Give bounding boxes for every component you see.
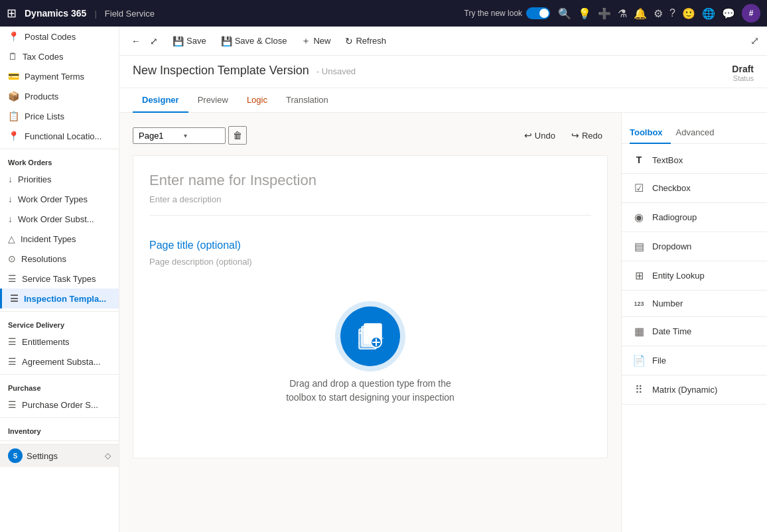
price-lists-icon: 📋 (8, 111, 19, 121)
toolbox-item-matrix[interactable]: ⠿ Matrix (Dynamic) (622, 378, 767, 401)
page-dropdown[interactable]: Page1 ▾ (133, 127, 226, 144)
search-icon[interactable]: 🔍 (558, 7, 571, 20)
toolbox-tab-toolbox[interactable]: Toolbox (630, 123, 671, 144)
sidebar-item-functional-locations[interactable]: 📍 Functional Locatio... (0, 126, 119, 146)
bell-icon[interactable]: 🔔 (634, 7, 647, 20)
file-icon: 📄 (632, 354, 646, 367)
sidebar-item-label: Tax Codes (23, 52, 63, 62)
inspection-name-field[interactable]: Enter name for Inspection (149, 172, 591, 189)
toolbox-item-checkbox[interactable]: ☑ Checkbox (622, 176, 767, 200)
agreement-subst-icon: ☰ (8, 356, 17, 367)
inspection-form: Enter name for Inspection Enter a descri… (133, 155, 608, 458)
tab-translation[interactable]: Translation (277, 88, 338, 113)
redo-button[interactable]: ↪ Redo (566, 127, 608, 143)
plus-icon[interactable]: ➕ (598, 7, 611, 20)
settings-avatar: S (8, 448, 23, 463)
new-button[interactable]: ＋ New (295, 33, 337, 50)
sidebar-item-agreement-subst[interactable]: ☰ Agreement Substa... (0, 352, 119, 371)
toolbox-item-label: File (652, 356, 666, 366)
postal-codes-icon: 📍 (8, 31, 19, 42)
page-title-container: New Inspection Template Version - Unsave… (133, 64, 356, 78)
svg-text:✦: ✦ (359, 331, 362, 335)
sidebar-item-label: Service Task Types (22, 274, 96, 284)
toolbox-item-label: Date Time (652, 326, 691, 336)
page-desc-optional[interactable]: Page description (optional) (149, 257, 591, 267)
help-icon[interactable]: ? (669, 7, 675, 19)
tab-logic[interactable]: Logic (238, 88, 277, 113)
inventory-section-title: Inventory (0, 421, 119, 438)
sidebar-item-label: Postal Codes (25, 32, 76, 42)
sidebar-item-resolutions[interactable]: ⊙ Resolutions (0, 249, 119, 269)
page-title: New Inspection Template Version - Unsave… (133, 64, 356, 78)
sidebar-item-label: Inspection Templa... (24, 294, 106, 304)
sidebar-item-incident-types[interactable]: △ Incident Types (0, 229, 119, 249)
avatar[interactable]: # (742, 4, 760, 23)
toolbox-item-number[interactable]: 123 Number (622, 293, 767, 314)
toolbox-item-file[interactable]: 📄 File (622, 349, 767, 372)
save-close-button[interactable]: 💾 Save & Close (214, 33, 294, 49)
maximize-icon[interactable]: ⤢ (750, 34, 759, 47)
sidebar-item-priorities[interactable]: ↓ Priorities (0, 169, 119, 189)
purchase-section-title: Purchase (0, 377, 119, 395)
service-task-types-icon: ☰ (8, 273, 17, 284)
page-title-optional[interactable]: Page title (optional) (149, 239, 591, 251)
sidebar-item-price-lists[interactable]: 📋 Price Lists (0, 106, 119, 126)
sidebar-item-purchase-order[interactable]: ☰ Purchase Order S... (0, 395, 119, 415)
lightbulb-icon[interactable]: 💡 (578, 7, 591, 20)
sidebar-item-entitlements[interactable]: ☰ Entitlements (0, 332, 119, 352)
textbox-icon: T (632, 155, 646, 165)
settings-bar[interactable]: S Settings ◇ (0, 444, 119, 467)
designer-area: Page1 ▾ 🗑 ↩ Undo ↪ Redo (119, 113, 767, 532)
delete-page-button[interactable]: 🗑 (228, 126, 247, 145)
chat-icon[interactable]: 💬 (722, 7, 735, 20)
resolutions-icon: ⊙ (8, 253, 16, 264)
page-name: Page1 (139, 131, 164, 141)
smiley-icon[interactable]: 🙂 (682, 7, 695, 20)
sidebar-item-work-order-types[interactable]: ↓ Work Order Types (0, 189, 119, 209)
toolbox-tab-advanced[interactable]: Advanced (676, 123, 723, 144)
toolbox-item-textbox[interactable]: T TextBox (622, 149, 767, 170)
sidebar-item-service-task-types[interactable]: ☰ Service Task Types (0, 269, 119, 289)
sidebar-item-products[interactable]: 📦 Products (0, 86, 119, 106)
inspection-desc-field[interactable]: Enter a description (149, 194, 591, 216)
sidebar-item-postal-codes[interactable]: 📍 Postal Codes (0, 27, 119, 46)
new-look-switch[interactable] (526, 7, 550, 19)
toolbox-item-radiogroup[interactable]: ◉ Radiogroup (622, 206, 767, 229)
toolbox-item-entity-lookup[interactable]: ⊞ Entity Lookup (622, 264, 767, 287)
canvas-actions: ↩ Undo ↪ Redo (519, 127, 608, 143)
svg-text:✦: ✦ (380, 326, 383, 330)
tab-preview[interactable]: Preview (188, 88, 238, 113)
svg-point-9 (382, 338, 384, 339)
back-button[interactable]: ← (127, 33, 145, 49)
save-button[interactable]: 💾 Save (166, 33, 213, 49)
work-order-subst-icon: ↓ (8, 214, 13, 224)
try-new-label: Try the new look (464, 9, 523, 18)
refresh-button[interactable]: ↻ Refresh (338, 33, 393, 49)
sidebar-item-payment-terms[interactable]: 💳 Payment Terms (0, 66, 119, 86)
tab-designer[interactable]: Designer (133, 88, 188, 113)
page-select: Page1 ▾ 🗑 (133, 126, 247, 145)
toolbox-item-label: Matrix (Dynamic) (652, 385, 717, 395)
drop-zone-svg: ✦ ✦ (354, 320, 387, 353)
work-orders-section-title: Work Orders (0, 152, 119, 169)
globe-icon[interactable]: 🌐 (702, 7, 715, 20)
unsaved-label: - Unsaved (316, 66, 356, 76)
toolbox-item-dropdown[interactable]: ▤ Dropdown (622, 235, 767, 258)
nav-separator: | (94, 9, 96, 19)
toolbox-panel: Toolbox Advanced T TextBox ☑ Checkbox ◉ … (621, 113, 767, 532)
app-grid-icon[interactable]: ⊞ (7, 6, 17, 21)
try-new-toggle[interactable]: Try the new look (464, 7, 551, 19)
toolbox-item-datetime[interactable]: ▦ Date Time (622, 320, 767, 343)
sidebar-item-label: Work Order Types (18, 194, 88, 204)
sidebar-item-inspection-templates[interactable]: ☰ Inspection Templa... (0, 289, 119, 308)
undo-button[interactable]: ↩ Undo (519, 127, 561, 143)
sidebar-item-work-order-subst[interactable]: ↓ Work Order Subst... (0, 209, 119, 229)
filter-icon[interactable]: ⚗ (618, 7, 627, 20)
sidebar-item-label: Entitlements (22, 337, 70, 347)
status-value: Draft (732, 64, 754, 74)
expand-button[interactable]: ⤢ (146, 33, 162, 49)
gear-icon[interactable]: ⚙ (654, 7, 663, 20)
sidebar-item-tax-codes[interactable]: 🗒 Tax Codes (0, 46, 119, 66)
toolbox-item-label: Checkbox (652, 183, 691, 193)
module-name: Field Service (105, 9, 155, 19)
